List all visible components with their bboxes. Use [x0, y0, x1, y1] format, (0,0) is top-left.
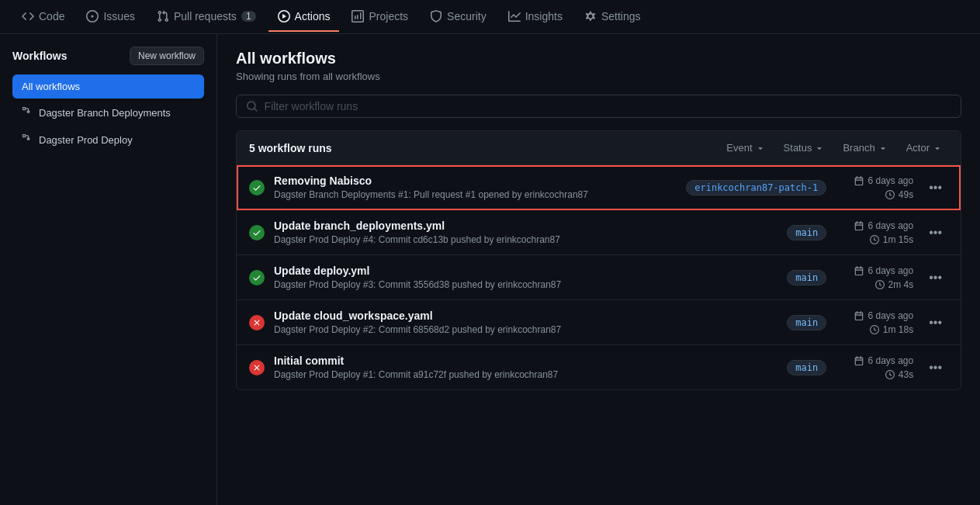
meta-duration-w3: 2m 4s — [875, 279, 914, 290]
nav-item-actions[interactable]: Actions — [268, 2, 340, 32]
row-title-w1: Removing Nabisco — [274, 175, 677, 187]
workflow-row-w2[interactable]: Update branch_deployments.yml Dagster Pr… — [237, 210, 961, 255]
sidebar-title: Workflows — [12, 50, 68, 62]
page-subtitle: Showing runs from all workflows — [236, 71, 961, 82]
nav-item-insights[interactable]: Insights — [499, 2, 572, 32]
calendar-icon — [854, 176, 864, 185]
more-button-w4[interactable]: ••• — [923, 313, 948, 333]
meta-date-w1: 6 days ago — [854, 175, 913, 186]
nav-label-issues: Issues — [103, 10, 134, 22]
clock-icon — [885, 370, 895, 379]
clock-icon — [885, 190, 895, 199]
branch-badge-w1: erinkcochran87-patch-1 — [686, 180, 826, 195]
nav-label-security: Security — [447, 10, 487, 22]
filter-buttons: Event Status Branch Actor — [720, 139, 948, 157]
sidebar: Workflows New workflow All workflows Dag… — [0, 34, 217, 505]
row-title-w5: Initial commit — [274, 355, 777, 367]
row-main-w5: Initial commit Dagster Prod Deploy #1: C… — [274, 355, 777, 380]
settings-icon — [584, 10, 597, 22]
status-icon-failure-w4 — [249, 315, 265, 330]
workflow-row-w3[interactable]: Update deploy.yml Dagster Prod Deploy #3… — [237, 255, 961, 300]
runs-count: 5 workflow runs — [249, 142, 332, 154]
row-meta-w1: 6 days ago 49s — [836, 175, 913, 200]
pull-request-icon — [157, 10, 169, 22]
row-subtitle-w5: Dagster Prod Deploy #1: Commit a91c72f p… — [274, 369, 777, 380]
meta-duration-w5: 43s — [885, 369, 913, 380]
row-main-w4: Update cloud_workspace.yaml Dagster Prod… — [274, 310, 777, 335]
top-nav: Code Issues Pull requests 1 Actions — [0, 0, 980, 34]
status-icon-success-w3 — [249, 270, 265, 285]
filter-bar — [236, 95, 961, 118]
main-content: All workflows Showing runs from all work… — [217, 34, 980, 505]
filter-input[interactable] — [265, 100, 951, 112]
nav-label-pull-requests: Pull requests — [174, 10, 237, 22]
branch-badge-w4: main — [787, 315, 826, 330]
status-filter-button[interactable]: Status — [777, 139, 831, 157]
nav-label-settings: Settings — [601, 10, 641, 22]
row-meta-w2: 6 days ago 1m 15s — [836, 220, 913, 245]
nav-item-code[interactable]: Code — [12, 2, 74, 32]
row-main-w3: Update deploy.yml Dagster Prod Deploy #3… — [274, 265, 777, 290]
meta-date-w4: 6 days ago — [854, 310, 913, 321]
calendar-icon — [854, 311, 864, 320]
meta-duration-w1: 49s — [885, 189, 913, 200]
table-header: 5 workflow runs Event Status Branch — [237, 131, 961, 165]
main-layout: Workflows New workflow All workflows Dag… — [0, 34, 980, 505]
chevron-down-icon — [933, 144, 942, 153]
row-title-w4: Update cloud_workspace.yaml — [274, 310, 777, 322]
issues-icon — [86, 10, 99, 22]
workflow-prod-icon — [22, 133, 33, 147]
row-main-w1: Removing Nabisco Dagster Branch Deployme… — [274, 175, 677, 200]
calendar-icon — [854, 356, 864, 365]
branch-badge-w5: main — [787, 360, 826, 375]
meta-date-w5: 6 days ago — [854, 355, 913, 366]
pull-requests-badge: 1 — [241, 11, 256, 22]
nav-label-actions: Actions — [295, 10, 331, 22]
sidebar-item-branch-deployments[interactable]: Dagster Branch Deployments — [12, 100, 204, 126]
more-button-w3[interactable]: ••• — [923, 268, 948, 288]
workflow-row-w4[interactable]: Update cloud_workspace.yaml Dagster Prod… — [237, 300, 961, 345]
event-filter-button[interactable]: Event — [720, 139, 770, 157]
actor-filter-button[interactable]: Actor — [900, 139, 948, 157]
status-icon-success-w2 — [249, 225, 265, 240]
row-subtitle-w1: Dagster Branch Deployments #1: Pull requ… — [274, 189, 677, 200]
branch-badge-w2: main — [787, 225, 826, 240]
sidebar-label-branch-deployments: Dagster Branch Deployments — [39, 107, 171, 119]
nav-item-settings[interactable]: Settings — [575, 2, 650, 32]
meta-duration-w4: 1m 18s — [870, 324, 913, 335]
projects-icon — [351, 10, 364, 22]
new-workflow-button[interactable]: New workflow — [130, 47, 204, 65]
code-icon — [22, 10, 34, 22]
nav-item-security[interactable]: Security — [421, 2, 496, 32]
more-button-w1[interactable]: ••• — [923, 178, 948, 198]
workflow-row-w1[interactable]: Removing Nabisco Dagster Branch Deployme… — [237, 165, 961, 210]
row-title-w3: Update deploy.yml — [274, 265, 777, 277]
branch-badge-w3: main — [787, 270, 826, 285]
workflow-row-w5[interactable]: Initial commit Dagster Prod Deploy #1: C… — [237, 345, 961, 389]
calendar-icon — [854, 221, 864, 230]
sidebar-item-prod-deploy[interactable]: Dagster Prod Deploy — [12, 127, 204, 153]
meta-date-w2: 6 days ago — [854, 220, 913, 231]
search-icon — [246, 100, 258, 112]
row-subtitle-w4: Dagster Prod Deploy #2: Commit 68568d2 p… — [274, 324, 777, 335]
meta-date-w3: 6 days ago — [854, 265, 913, 276]
nav-label-projects: Projects — [369, 10, 408, 22]
nav-item-issues[interactable]: Issues — [77, 2, 144, 32]
chevron-down-icon — [756, 144, 765, 153]
sidebar-item-all-workflows[interactable]: All workflows — [12, 74, 204, 99]
branch-filter-button[interactable]: Branch — [836, 139, 893, 157]
actions-icon — [278, 10, 290, 22]
nav-item-pull-requests[interactable]: Pull requests 1 — [147, 2, 265, 32]
clock-icon — [870, 235, 879, 244]
chevron-down-icon — [878, 144, 888, 153]
more-button-w5[interactable]: ••• — [923, 358, 948, 378]
workflow-table: 5 workflow runs Event Status Branch — [236, 130, 961, 390]
page-title: All workflows — [236, 50, 961, 67]
row-meta-w5: 6 days ago 43s — [836, 355, 913, 380]
nav-item-projects[interactable]: Projects — [342, 2, 417, 32]
sidebar-label-prod-deploy: Dagster Prod Deploy — [39, 134, 133, 146]
row-title-w2: Update branch_deployments.yml — [274, 220, 777, 232]
more-button-w2[interactable]: ••• — [923, 223, 948, 243]
sidebar-header: Workflows New workflow — [12, 47, 204, 65]
workflow-branch-icon — [22, 106, 33, 119]
